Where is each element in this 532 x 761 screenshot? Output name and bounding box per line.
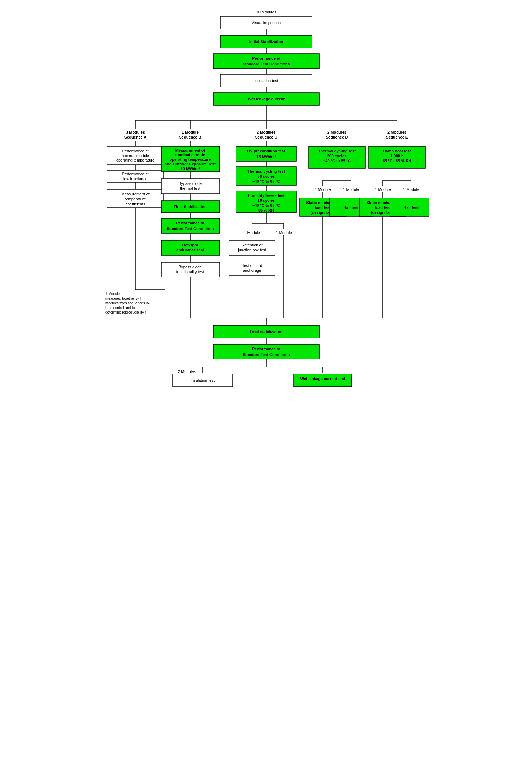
hail-e-text: Hail test [403, 205, 419, 210]
perf-stc-1-text-1: Performance at [252, 56, 280, 60]
perf-low-irr-t2: low irradiance [123, 177, 147, 181]
two-modules-label: 2 Modules [178, 369, 196, 374]
cord-t2: anchorage [243, 268, 261, 273]
bypass-thermal-t2: thermal test [180, 186, 200, 191]
seq-e-1mod-right: 1 Module [403, 187, 419, 192]
meas-temp-t1: Measurement of [121, 192, 150, 196]
uv-t2: 15 kWh/m² [256, 154, 276, 159]
visual-inspection-text: Visual inspection [251, 21, 280, 25]
top-modules-label: 10 Modules [256, 10, 276, 14]
dh-t2: 1 000 h [390, 154, 404, 158]
tc200-t2: 200 cycles [327, 154, 346, 158]
control-note-t3: modules from sequences B- [105, 301, 150, 305]
seq-c-1mod-right: 1 Module [276, 230, 292, 235]
meas-nom-t1: Measurement of [175, 148, 205, 152]
perf-low-irr-t1: Performance at [122, 172, 148, 176]
final-stab-b-text: Final Stabilization [174, 205, 207, 209]
perf-noct-t3: operating temperature [116, 158, 154, 162]
seq-d-label-2: Sequence D [326, 135, 348, 139]
meas-nom-t2: nominal module [175, 153, 205, 157]
perf-noct-t2: nominal module [122, 153, 149, 158]
meas-nom-t5: 60 kWh/m² [180, 166, 200, 171]
seq-e-label-1: 2 Modules [387, 130, 407, 134]
seq-d-1mod-left: 1 Module [315, 187, 331, 192]
uv-t1: UV precondition test [247, 149, 285, 153]
dh-t3: 85 °C / 85 % RH [382, 159, 411, 163]
perf-noct-t1: Performance at [122, 149, 148, 153]
insulation-test-1-text: Insulation test [254, 78, 278, 83]
tc50-t3: −40 °C to 85 °C [252, 179, 280, 183]
meas-nom-t3: operating temperature [169, 157, 211, 162]
bypass-func-t1: Bypass diode [178, 265, 201, 269]
control-note-t4: E as control and to [105, 306, 135, 310]
insulation-end-text: Insulation test [191, 378, 215, 382]
sm-e-t2: load test [375, 205, 391, 210]
hf-t1: Humidity freeze test [247, 193, 285, 198]
control-note-t5: determine reproducibility r [105, 310, 146, 314]
meas-nom-t4: and Outdoor Exposure Test [164, 162, 215, 166]
wet-leakage-text: Wet leakage current [247, 97, 285, 101]
seq-b-label-2: Sequence B [179, 135, 201, 139]
hotspot-t2: endurance test [176, 248, 204, 252]
perf-stc-b-t2: Standard Test Conditions [166, 227, 214, 231]
control-note-t1: 1 Module [105, 292, 120, 296]
hotspot-t1: Hot-spot [182, 243, 198, 247]
final-stab-end-text: Final stabilization [250, 329, 282, 334]
initial-stabilization-text: Initial Stabilization [249, 40, 283, 44]
bypass-func-t2: functionality test [176, 270, 204, 274]
seq-a-label-2: Sequence A [124, 135, 146, 139]
hf-t4: 85 % RH [258, 208, 274, 212]
perf-stc-end-t2: Standard Test Conditions [242, 352, 290, 357]
sm-t2: load test [315, 205, 331, 210]
seq-a-label-1: 3 Modules [126, 130, 145, 134]
wl-end-t1: Wet leakage current test [300, 376, 345, 381]
seq-c-label-1: 2 Modules [257, 130, 276, 134]
seq-c-1mod-left: 1 Module [244, 230, 260, 235]
hf-t2: 10 cycles [257, 198, 275, 203]
ret-jbox-t2: junction box test [238, 248, 266, 252]
perf-stc-b-t1: Performance at [176, 221, 204, 225]
hf-t3: −40 °C to 85 °C [252, 203, 280, 207]
tc200-t3: −40 °C to 85 °C [323, 159, 350, 163]
seq-e-label-2: Sequence E [386, 135, 408, 139]
control-note-t2: measured together with [105, 297, 142, 300]
seq-d-label-1: 2 Modules [327, 130, 346, 134]
seq-b-label-1: 1 Module [182, 130, 199, 134]
seq-c-label-2: Sequence C [255, 135, 277, 139]
meas-temp-t2: temperature [125, 197, 146, 201]
tc50-t2: 50 cycles [257, 174, 275, 178]
bypass-thermal-t1: Bypass diode [178, 181, 201, 186]
ret-jbox-t1: Retention of [241, 243, 263, 247]
seq-d-1mod-right: 1 Module [343, 187, 359, 192]
perf-stc-end-t1: Performance at [252, 347, 280, 351]
dh-t1: Damp heat test [383, 149, 411, 153]
tc50-t1: Thermal cycling test [247, 169, 285, 174]
tc200-t1: Thermal cycling test [318, 149, 356, 153]
perf-stc-1-text-2: Standard Test Conditions [242, 62, 290, 66]
seq-e-1mod-left: 1 Module [375, 187, 391, 192]
meas-temp-t3: coefficients [125, 202, 145, 206]
cord-t1: Test of cord [242, 263, 262, 268]
hail-text: Hail test [343, 205, 358, 210]
flowchart: text { font-family: Arial, sans-serif; f… [104, 7, 429, 750]
